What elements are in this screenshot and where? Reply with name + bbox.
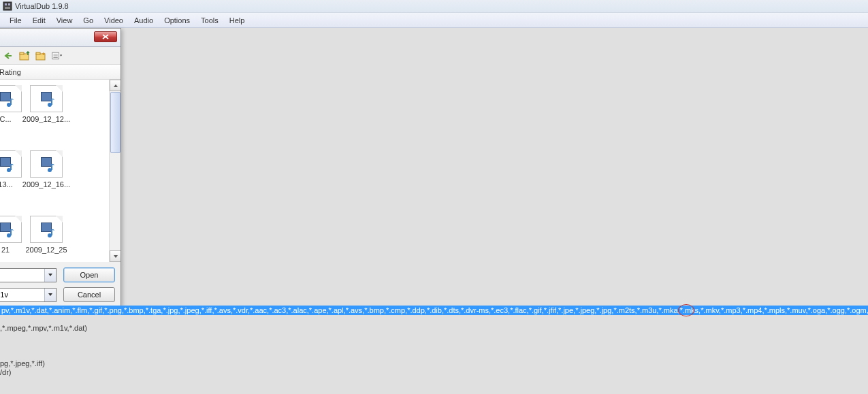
menu-video[interactable]: Video bbox=[99, 14, 129, 27]
media-file-icon bbox=[30, 150, 63, 178]
menu-edit[interactable]: Edit bbox=[27, 14, 51, 27]
filetype-list-item[interactable]: ,*.mpeg,*.mpv,*.m1v,*.dat) bbox=[0, 324, 87, 332]
media-file-icon bbox=[0, 216, 22, 243]
media-file-icon bbox=[0, 150, 22, 178]
svg-rect-21 bbox=[10, 164, 12, 170]
media-file-icon bbox=[30, 85, 63, 112]
list-header-rating[interactable]: Rating bbox=[0, 68, 21, 76]
scroll-thumb[interactable] bbox=[110, 92, 120, 153]
video-workspace bbox=[0, 28, 868, 394]
scroll-up-button[interactable] bbox=[110, 80, 120, 91]
file-list-scrollbar[interactable] bbox=[109, 80, 120, 262]
menu-help[interactable]: Help bbox=[224, 14, 251, 27]
filetype-list-item[interactable]: pg,*.jpeg,*.iff) bbox=[0, 359, 45, 367]
new-folder-icon[interactable] bbox=[35, 50, 47, 62]
menu-audio[interactable]: Audio bbox=[129, 14, 159, 27]
svg-rect-27 bbox=[51, 229, 52, 235]
dialog-toolbar bbox=[0, 47, 120, 65]
up-folder-icon[interactable] bbox=[18, 50, 31, 62]
dialog-bottom: Open pv,*.m1v Cancel bbox=[0, 262, 120, 305]
filetype-list-item[interactable]: /dr) bbox=[0, 368, 12, 376]
svg-rect-17 bbox=[10, 99, 12, 105]
svg-rect-0 bbox=[3, 2, 12, 10]
svg-rect-19 bbox=[51, 99, 52, 105]
svg-rect-1 bbox=[5, 3, 7, 5]
filename-combo[interactable] bbox=[0, 268, 57, 282]
file-label: 2009_12_12... bbox=[21, 115, 71, 123]
open-button[interactable]: Open bbox=[63, 267, 115, 282]
media-file-icon bbox=[0, 85, 22, 112]
scroll-down-button[interactable] bbox=[110, 250, 120, 262]
file-item[interactable]: 2009_12_12... bbox=[21, 85, 71, 123]
svg-rect-25 bbox=[10, 229, 12, 235]
svg-rect-3 bbox=[5, 7, 10, 9]
dialog-titlebar[interactable] bbox=[0, 29, 120, 47]
back-icon[interactable] bbox=[2, 50, 14, 62]
file-open-dialog: Rating C... 2009_12_12... 13... bbox=[0, 28, 121, 307]
file-item[interactable]: 2009_12_16... bbox=[21, 150, 71, 188]
menu-go[interactable]: Go bbox=[78, 14, 99, 27]
file-item[interactable]: 2009_12_25 bbox=[21, 216, 71, 254]
close-button[interactable] bbox=[94, 31, 117, 42]
svg-rect-23 bbox=[51, 164, 52, 170]
filetype-dropdown-item[interactable]: pv,*.m1v,*.dat,*.anim,*.flm,*.gif,*.png,… bbox=[0, 306, 868, 315]
app-icon bbox=[3, 1, 12, 11]
menu-view[interactable]: View bbox=[51, 14, 78, 27]
view-menu-icon[interactable] bbox=[51, 50, 63, 62]
svg-rect-9 bbox=[36, 52, 40, 54]
svg-rect-2 bbox=[8, 3, 10, 5]
cancel-button[interactable]: Cancel bbox=[63, 287, 115, 302]
title-bar: VirtualDub 1.9.8 bbox=[0, 0, 868, 13]
chevron-down-icon[interactable] bbox=[44, 289, 56, 301]
menu-options[interactable]: Options bbox=[159, 14, 195, 27]
menu-tools[interactable]: Tools bbox=[195, 14, 224, 27]
file-label: 2009_12_25 bbox=[21, 246, 71, 254]
file-label: 2009_12_16... bbox=[21, 180, 71, 188]
menu-bar: File Edit View Go Video Audio Options To… bbox=[0, 13, 868, 28]
filetype-combo[interactable]: pv,*.m1v bbox=[0, 288, 57, 302]
window-title: VirtualDub 1.9.8 bbox=[15, 2, 69, 10]
file-list[interactable]: C... 2009_12_12... 13... 2009_12_16... bbox=[0, 80, 120, 262]
svg-rect-6 bbox=[20, 52, 24, 54]
media-file-icon bbox=[30, 216, 63, 243]
chevron-down-icon[interactable] bbox=[44, 269, 56, 282]
list-header[interactable]: Rating bbox=[0, 65, 120, 80]
menu-file[interactable]: File bbox=[4, 14, 27, 27]
filetype-value: pv,*.m1v bbox=[0, 291, 44, 299]
